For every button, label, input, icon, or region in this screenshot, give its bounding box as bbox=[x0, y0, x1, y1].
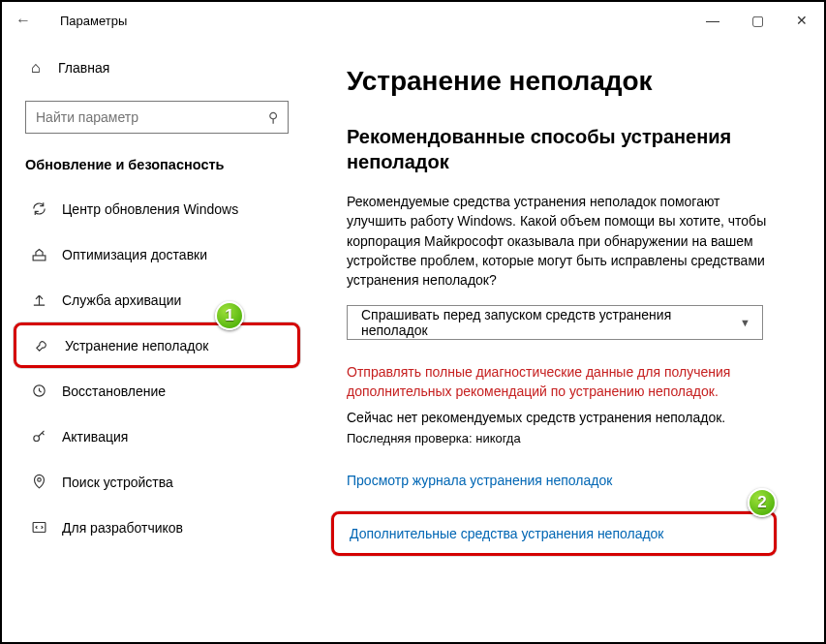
back-icon[interactable]: ← bbox=[15, 12, 39, 29]
nav-label: Устранение неполадок bbox=[65, 338, 208, 353]
titlebar: ← Параметры ― ▢ ✕ bbox=[2, 2, 824, 39]
no-recommendations-text: Сейчас нет рекомендуемых средств устране… bbox=[347, 410, 781, 425]
svg-point-3 bbox=[38, 478, 42, 482]
page-title: Устранение неполадок bbox=[347, 66, 781, 97]
sidebar-item-find-device[interactable]: Поиск устройства bbox=[2, 459, 312, 505]
sidebar-home[interactable]: ⌂ Главная bbox=[2, 48, 312, 87]
location-icon bbox=[31, 474, 62, 490]
chevron-down-icon: ▼ bbox=[740, 317, 750, 328]
backup-icon bbox=[31, 291, 62, 308]
main-panel: Устранение неполадок Рекомендованные спо… bbox=[312, 39, 824, 642]
dropdown-value: Спрашивать перед запуском средств устран… bbox=[361, 307, 740, 338]
delivery-icon bbox=[31, 246, 62, 262]
view-history-link[interactable]: Просмотр журнала устранения неполадок bbox=[347, 473, 781, 488]
search-icon: ⚲ bbox=[268, 109, 278, 125]
description-text: Рекомендуемые средства устранения непола… bbox=[347, 192, 781, 290]
sidebar-item-delivery-optimization[interactable]: Оптимизация доставки bbox=[2, 231, 312, 277]
svg-point-2 bbox=[34, 436, 40, 442]
nav-label: Поиск устройства bbox=[62, 475, 173, 490]
sidebar-item-troubleshoot[interactable]: Устранение неполадок bbox=[14, 322, 300, 368]
search-input[interactable] bbox=[36, 109, 268, 125]
recovery-icon bbox=[31, 383, 62, 399]
close-button[interactable]: ✕ bbox=[780, 2, 824, 39]
home-icon: ⌂ bbox=[31, 59, 58, 77]
sidebar-item-developers[interactable]: Для разработчиков bbox=[2, 505, 312, 550]
sidebar-item-backup[interactable]: Служба архивации bbox=[2, 277, 312, 322]
window-title: Параметры bbox=[60, 14, 127, 28]
frequency-dropdown[interactable]: Спрашивать перед запуском средств устран… bbox=[347, 305, 763, 340]
sidebar-item-activation[interactable]: Активация bbox=[2, 414, 312, 459]
maximize-button[interactable]: ▢ bbox=[735, 2, 780, 39]
nav-label: Для разработчиков bbox=[62, 520, 183, 536]
sidebar-item-recovery[interactable]: Восстановление bbox=[2, 368, 312, 414]
nav-label: Служба архивации bbox=[62, 292, 181, 308]
sidebar: ⌂ Главная ⚲ Обновление и безопасность Це… bbox=[2, 39, 312, 642]
nav-label: Центр обновления Windows bbox=[62, 201, 238, 217]
callout-2: 2 bbox=[748, 488, 777, 517]
diagnostic-warning: Отправлять полные диагностические данные… bbox=[347, 363, 781, 401]
home-label: Главная bbox=[58, 60, 109, 76]
minimize-button[interactable]: ― bbox=[690, 2, 735, 39]
additional-troubleshooters-link[interactable]: Дополнительные средства устранения непол… bbox=[331, 511, 777, 556]
search-box[interactable]: ⚲ bbox=[25, 101, 289, 134]
nav-label: Оптимизация доставки bbox=[62, 247, 207, 262]
svg-rect-0 bbox=[33, 256, 46, 261]
sidebar-section-label: Обновление и безопасность bbox=[25, 157, 312, 172]
nav-label: Восстановление bbox=[62, 383, 166, 399]
sidebar-item-windows-update[interactable]: Центр обновления Windows bbox=[2, 186, 312, 231]
nav-label: Активация bbox=[62, 429, 128, 445]
wrench-icon bbox=[34, 337, 65, 353]
window-controls: ― ▢ ✕ bbox=[690, 2, 824, 39]
key-icon bbox=[31, 428, 62, 445]
callout-1: 1 bbox=[215, 301, 244, 330]
sync-icon bbox=[31, 200, 62, 217]
section-heading: Рекомендованные способы устранения непол… bbox=[347, 124, 781, 174]
svg-rect-4 bbox=[33, 523, 46, 533]
code-icon bbox=[31, 519, 62, 536]
last-check-text: Последняя проверка: никогда bbox=[347, 431, 781, 445]
